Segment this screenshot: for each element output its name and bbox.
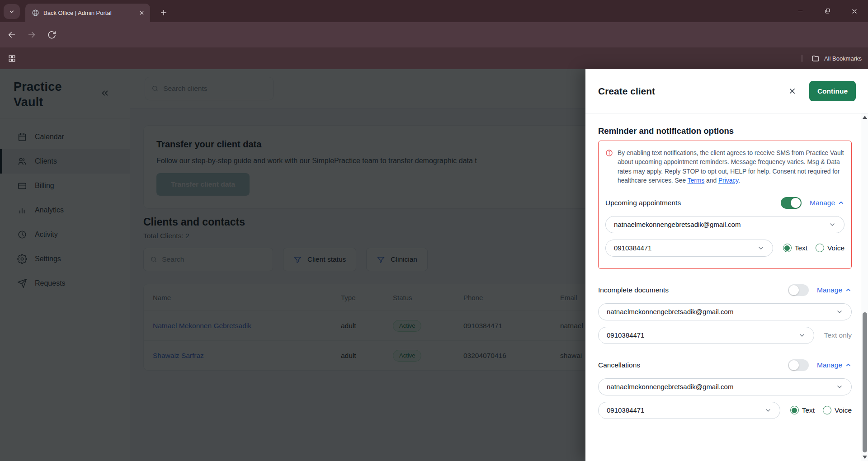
notice-text: By enabling text notifications, the clie… — [618, 149, 844, 186]
radio-unselected-icon — [823, 406, 831, 414]
window-close-button[interactable] — [841, 0, 868, 22]
incomplete-phone-select[interactable]: 0910384471 — [598, 327, 814, 344]
apps-grid-icon[interactable] — [5, 52, 18, 65]
chevron-down-icon — [798, 332, 806, 339]
section-label: Cancellations — [598, 361, 788, 369]
window-restore-button[interactable] — [814, 0, 841, 22]
scroll-down-arrow[interactable] — [863, 456, 867, 459]
terms-link[interactable]: Terms — [688, 177, 705, 184]
continue-button[interactable]: Continue — [809, 81, 856, 101]
browser-window: Back Office | Admin Portal — [0, 0, 868, 461]
radio-selected-icon — [790, 406, 799, 414]
radio-text[interactable]: Text — [783, 244, 807, 252]
cancellations-toggle[interactable] — [788, 359, 809, 371]
scrollbar-thumb[interactable] — [863, 312, 867, 452]
privacy-link[interactable]: Privacy — [718, 177, 738, 184]
bookmarks-separator — [802, 55, 802, 62]
radio-selected-icon — [783, 244, 792, 252]
browser-toolbar: demo-office.practice-vault.com/clients N — [0, 22, 868, 47]
section-label: Incomplete documents — [598, 286, 788, 294]
text-only-label: Text only — [824, 331, 852, 339]
chevron-down-icon — [836, 308, 843, 315]
back-button[interactable] — [4, 27, 20, 43]
upcoming-phone-row: 0910384471 Text Voice — [605, 240, 844, 257]
incomplete-email-select[interactable]: natnaelmekonnengebretsadik@gmail.com — [598, 303, 852, 320]
cancellations-delivery-radios: Text Voice — [790, 406, 852, 414]
radio-voice[interactable]: Voice — [823, 406, 852, 414]
sms-consent-alert: By enabling text notifications, the clie… — [598, 141, 852, 269]
reminder-options-heading: Reminder and notification options — [598, 126, 852, 136]
cancellations-phone-select[interactable]: 0910384471 — [598, 402, 780, 419]
all-bookmarks[interactable]: All Bookmarks — [802, 54, 862, 62]
close-icon[interactable] — [787, 86, 797, 97]
toggle-knob — [789, 360, 799, 370]
forward-button[interactable] — [24, 27, 40, 43]
section-label: Upcoming appointments — [605, 199, 781, 207]
cancellations-email-select[interactable]: natnaelmekonnengebretsadik@gmail.com — [598, 378, 852, 395]
drawer-body: Reminder and notification options By ena… — [585, 113, 861, 461]
new-tab-button[interactable] — [157, 6, 170, 19]
toggle-knob — [789, 285, 799, 295]
reload-button[interactable] — [43, 27, 60, 43]
incomplete-phone-row: 0910384471 Text only — [598, 327, 852, 344]
radio-voice[interactable]: Voice — [816, 244, 844, 252]
chevron-up-icon — [845, 287, 852, 293]
incomplete-documents-row: Incomplete documents Manage — [598, 284, 852, 296]
upcoming-appointments-row: Upcoming appointments Manage — [605, 197, 844, 209]
chevron-down-icon — [764, 407, 772, 414]
chevron-up-icon — [838, 199, 844, 206]
scroll-up-arrow[interactable] — [863, 116, 867, 119]
incomplete-documents-toggle[interactable] — [788, 284, 809, 296]
sms-consent-notice: By enabling text notifications, the clie… — [605, 149, 844, 186]
drawer-title: Create client — [598, 86, 787, 97]
window-minimize-button[interactable] — [787, 0, 814, 22]
tab-strip: Back Office | Admin Portal — [0, 0, 868, 22]
folder-icon — [811, 54, 820, 62]
globe-favicon-icon — [32, 9, 39, 17]
upcoming-delivery-radios: Text Voice — [783, 244, 844, 252]
upcoming-email-select[interactable]: natnaelmekonnengebretsadik@gmail.com — [605, 216, 844, 233]
create-client-drawer: Create client Continue Reminder and noti… — [585, 69, 868, 461]
tab-search-button[interactable] — [4, 4, 20, 19]
app-viewport: Practice Vault Calendar Clients Bi — [0, 69, 868, 461]
chevron-down-icon — [9, 9, 15, 15]
all-bookmarks-label: All Bookmarks — [824, 55, 862, 62]
manage-link[interactable]: Manage — [817, 286, 852, 294]
drawer-scrollbar — [861, 113, 868, 461]
upcoming-phone-select[interactable]: 0910384471 — [605, 240, 773, 257]
chevron-down-icon — [757, 245, 764, 252]
window-controls — [787, 0, 868, 22]
cancellations-phone-row: 0910384471 Text Voice — [598, 402, 852, 419]
chevron-down-icon — [829, 221, 836, 228]
manage-link[interactable]: Manage — [817, 361, 852, 369]
chevron-up-icon — [845, 362, 852, 368]
manage-link[interactable]: Manage — [810, 199, 844, 207]
bookmarks-bar: All Bookmarks — [0, 47, 868, 69]
drawer-header: Create client Continue — [585, 69, 868, 113]
upcoming-appointments-toggle[interactable] — [781, 197, 802, 209]
toggle-knob — [791, 198, 801, 208]
cancellations-row: Cancellations Manage — [598, 359, 852, 371]
tab-close-icon[interactable] — [138, 9, 146, 17]
browser-tab[interactable]: Back Office | Admin Portal — [25, 4, 150, 22]
info-icon — [605, 149, 613, 157]
radio-unselected-icon — [816, 244, 824, 252]
radio-text[interactable]: Text — [790, 406, 815, 414]
tab-title: Back Office | Admin Portal — [43, 9, 138, 16]
chevron-down-icon — [836, 383, 843, 390]
